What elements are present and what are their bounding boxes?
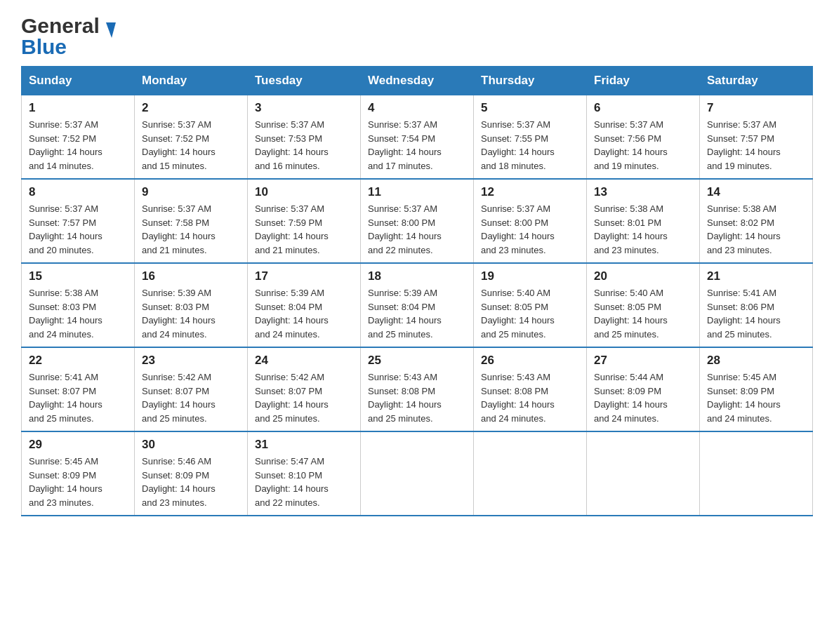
logo-general-text: General: [21, 14, 100, 37]
day-info: Sunrise: 5:37 AMSunset: 7:57 PMDaylight:…: [29, 203, 102, 255]
day-number: 7: [707, 101, 805, 115]
logo-arrow-icon: [102, 22, 116, 38]
weekday-header-sunday: Sunday: [22, 67, 135, 95]
day-number: 16: [142, 269, 240, 283]
day-info: Sunrise: 5:37 AMSunset: 7:58 PMDaylight:…: [142, 203, 216, 255]
day-number: 31: [255, 438, 353, 452]
weekday-header-tuesday: Tuesday: [248, 67, 361, 95]
calendar-cell: 13 Sunrise: 5:38 AMSunset: 8:01 PMDaylig…: [587, 179, 700, 263]
day-number: 19: [481, 269, 579, 283]
weekday-header-friday: Friday: [587, 67, 700, 95]
calendar-cell: 24 Sunrise: 5:42 AMSunset: 8:07 PMDaylig…: [248, 347, 361, 431]
calendar-cell: 26 Sunrise: 5:43 AMSunset: 8:08 PMDaylig…: [474, 347, 587, 431]
page-header: General Blue: [21, 14, 813, 59]
day-number: 10: [255, 185, 353, 199]
weekday-header-saturday: Saturday: [700, 67, 813, 95]
calendar-cell: 16 Sunrise: 5:39 AMSunset: 8:03 PMDaylig…: [135, 263, 248, 347]
day-info: Sunrise: 5:39 AMSunset: 8:04 PMDaylight:…: [368, 288, 442, 340]
day-info: Sunrise: 5:42 AMSunset: 8:07 PMDaylight:…: [142, 372, 216, 424]
calendar-cell: 18 Sunrise: 5:39 AMSunset: 8:04 PMDaylig…: [361, 263, 474, 347]
day-number: 30: [142, 438, 240, 452]
calendar-cell: 22 Sunrise: 5:41 AMSunset: 8:07 PMDaylig…: [22, 347, 135, 431]
day-number: 20: [594, 269, 692, 283]
calendar-cell: 19 Sunrise: 5:40 AMSunset: 8:05 PMDaylig…: [474, 263, 587, 347]
calendar-cell: 11 Sunrise: 5:37 AMSunset: 8:00 PMDaylig…: [361, 179, 474, 263]
day-number: 17: [255, 269, 353, 283]
day-number: 27: [594, 354, 692, 368]
day-number: 24: [255, 354, 353, 368]
logo-blue-text: Blue: [21, 35, 67, 59]
day-info: Sunrise: 5:45 AMSunset: 8:09 PMDaylight:…: [29, 456, 102, 508]
calendar-cell: 28 Sunrise: 5:45 AMSunset: 8:09 PMDaylig…: [700, 347, 813, 431]
day-info: Sunrise: 5:40 AMSunset: 8:05 PMDaylight:…: [594, 288, 668, 340]
day-number: 4: [368, 101, 466, 115]
day-info: Sunrise: 5:43 AMSunset: 8:08 PMDaylight:…: [368, 372, 442, 424]
logo: General Blue: [21, 14, 114, 59]
day-number: 2: [142, 101, 240, 115]
day-number: 26: [481, 354, 579, 368]
calendar-cell: 31 Sunrise: 5:47 AMSunset: 8:10 PMDaylig…: [248, 431, 361, 516]
day-number: 8: [29, 185, 127, 199]
day-info: Sunrise: 5:41 AMSunset: 8:07 PMDaylight:…: [29, 372, 102, 424]
calendar-cell: 12 Sunrise: 5:37 AMSunset: 8:00 PMDaylig…: [474, 179, 587, 263]
day-info: Sunrise: 5:37 AMSunset: 8:00 PMDaylight:…: [368, 203, 442, 255]
day-number: 21: [707, 269, 805, 283]
calendar-cell: 2 Sunrise: 5:37 AMSunset: 7:52 PMDayligh…: [135, 95, 248, 180]
day-number: 12: [481, 185, 579, 199]
day-info: Sunrise: 5:37 AMSunset: 7:53 PMDaylight:…: [255, 119, 329, 171]
calendar-table: SundayMondayTuesdayWednesdayThursdayFrid…: [21, 66, 813, 516]
day-number: 3: [255, 101, 353, 115]
calendar-cell: 20 Sunrise: 5:40 AMSunset: 8:05 PMDaylig…: [587, 263, 700, 347]
day-number: 28: [707, 354, 805, 368]
day-number: 1: [29, 101, 127, 115]
day-number: 11: [368, 185, 466, 199]
day-number: 9: [142, 185, 240, 199]
calendar-cell: [361, 431, 474, 516]
day-info: Sunrise: 5:37 AMSunset: 7:59 PMDaylight:…: [255, 203, 329, 255]
calendar-cell: 23 Sunrise: 5:42 AMSunset: 8:07 PMDaylig…: [135, 347, 248, 431]
calendar-cell: [700, 431, 813, 516]
day-number: 25: [368, 354, 466, 368]
day-info: Sunrise: 5:42 AMSunset: 8:07 PMDaylight:…: [255, 372, 329, 424]
calendar-cell: 25 Sunrise: 5:43 AMSunset: 8:08 PMDaylig…: [361, 347, 474, 431]
day-info: Sunrise: 5:41 AMSunset: 8:06 PMDaylight:…: [707, 288, 781, 340]
day-info: Sunrise: 5:39 AMSunset: 8:03 PMDaylight:…: [142, 288, 216, 340]
calendar-cell: 30 Sunrise: 5:46 AMSunset: 8:09 PMDaylig…: [135, 431, 248, 516]
calendar-cell: 14 Sunrise: 5:38 AMSunset: 8:02 PMDaylig…: [700, 179, 813, 263]
day-info: Sunrise: 5:38 AMSunset: 8:03 PMDaylight:…: [29, 288, 102, 340]
calendar-cell: [474, 431, 587, 516]
day-number: 22: [29, 354, 127, 368]
day-info: Sunrise: 5:45 AMSunset: 8:09 PMDaylight:…: [707, 372, 781, 424]
calendar-cell: 3 Sunrise: 5:37 AMSunset: 7:53 PMDayligh…: [248, 95, 361, 180]
day-info: Sunrise: 5:39 AMSunset: 8:04 PMDaylight:…: [255, 288, 329, 340]
day-info: Sunrise: 5:37 AMSunset: 7:54 PMDaylight:…: [368, 119, 442, 171]
calendar-cell: 8 Sunrise: 5:37 AMSunset: 7:57 PMDayligh…: [22, 179, 135, 263]
weekday-header-thursday: Thursday: [474, 67, 587, 95]
calendar-cell: 7 Sunrise: 5:37 AMSunset: 7:57 PMDayligh…: [700, 95, 813, 180]
day-info: Sunrise: 5:37 AMSunset: 7:55 PMDaylight:…: [481, 119, 555, 171]
calendar-cell: [587, 431, 700, 516]
day-info: Sunrise: 5:44 AMSunset: 8:09 PMDaylight:…: [594, 372, 668, 424]
day-info: Sunrise: 5:46 AMSunset: 8:09 PMDaylight:…: [142, 456, 216, 508]
calendar-cell: 6 Sunrise: 5:37 AMSunset: 7:56 PMDayligh…: [587, 95, 700, 180]
day-number: 29: [29, 438, 127, 452]
day-info: Sunrise: 5:37 AMSunset: 7:57 PMDaylight:…: [707, 119, 781, 171]
day-info: Sunrise: 5:38 AMSunset: 8:01 PMDaylight:…: [594, 203, 668, 255]
day-info: Sunrise: 5:37 AMSunset: 7:56 PMDaylight:…: [594, 119, 668, 171]
day-number: 14: [707, 185, 805, 199]
day-number: 13: [594, 185, 692, 199]
day-number: 23: [142, 354, 240, 368]
calendar-cell: 27 Sunrise: 5:44 AMSunset: 8:09 PMDaylig…: [587, 347, 700, 431]
day-info: Sunrise: 5:37 AMSunset: 8:00 PMDaylight:…: [481, 203, 555, 255]
calendar-cell: 21 Sunrise: 5:41 AMSunset: 8:06 PMDaylig…: [700, 263, 813, 347]
calendar-cell: 29 Sunrise: 5:45 AMSunset: 8:09 PMDaylig…: [22, 431, 135, 516]
calendar-cell: 17 Sunrise: 5:39 AMSunset: 8:04 PMDaylig…: [248, 263, 361, 347]
day-info: Sunrise: 5:43 AMSunset: 8:08 PMDaylight:…: [481, 372, 555, 424]
day-info: Sunrise: 5:38 AMSunset: 8:02 PMDaylight:…: [707, 203, 781, 255]
day-number: 5: [481, 101, 579, 115]
day-info: Sunrise: 5:40 AMSunset: 8:05 PMDaylight:…: [481, 288, 555, 340]
calendar-cell: 5 Sunrise: 5:37 AMSunset: 7:55 PMDayligh…: [474, 95, 587, 180]
calendar-cell: 15 Sunrise: 5:38 AMSunset: 8:03 PMDaylig…: [22, 263, 135, 347]
day-info: Sunrise: 5:37 AMSunset: 7:52 PMDaylight:…: [29, 119, 102, 171]
day-info: Sunrise: 5:47 AMSunset: 8:10 PMDaylight:…: [255, 456, 329, 508]
